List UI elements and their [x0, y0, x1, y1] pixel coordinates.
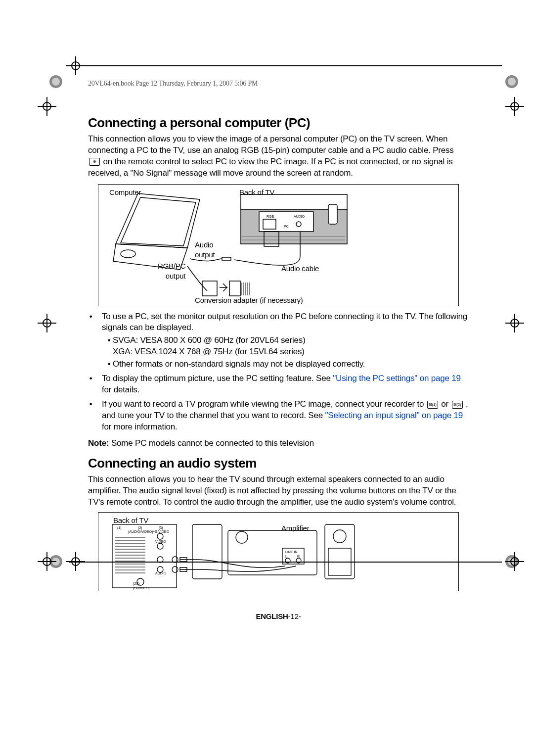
- svg-point-0: [121, 250, 135, 258]
- input1-icon: ⊟(1): [427, 401, 438, 409]
- figure-audio-connection: Back of TV Amplifier LINE IN L R (1) (2)…: [98, 512, 459, 591]
- label-av: (AUDIO/VIDEO): [128, 529, 153, 534]
- svg-point-43: [296, 558, 301, 563]
- footer-language: ENGLISH: [256, 612, 288, 620]
- label-audio: AUDIO: [294, 214, 305, 219]
- label-computer: Computer: [109, 188, 141, 197]
- svg-rect-46: [328, 548, 351, 575]
- label-port1: (1): [117, 525, 122, 530]
- label-rgb-pc-output: RGB/PC output: [158, 261, 185, 282]
- link-pc-settings[interactable]: "Using the PC settings" on page 19: [333, 374, 461, 383]
- figure-pc-connection: Computer Back of TV RGB AUDIO PC Audio o…: [98, 184, 459, 306]
- crosshair-icon: [41, 100, 53, 113]
- crop-line-top: [69, 65, 502, 66]
- svg-point-40: [236, 531, 248, 543]
- section-heading-pc: Connecting a personal computer (PC): [88, 116, 469, 131]
- svg-rect-12: [229, 281, 240, 296]
- diagram-audio-svg: [98, 513, 458, 591]
- label-video: VIDEO: [155, 539, 166, 544]
- bullet-text: or: [439, 399, 451, 409]
- crosshair-icon: [508, 100, 521, 113]
- intro-paragraph: This connection allows you to view the i…: [88, 134, 469, 179]
- bullet-text: To use a PC, set the monitor output reso…: [102, 312, 467, 332]
- svg-point-19: [157, 533, 163, 539]
- label-out2s: (2S): [133, 581, 139, 586]
- label-r: R: [297, 554, 300, 559]
- label-back-of-tv: Back of TV: [239, 188, 274, 197]
- svg-rect-9: [222, 257, 231, 260]
- label-audio-cable: Audio cable: [281, 264, 319, 274]
- bullet-text: To display the optimum picture, use the …: [102, 374, 333, 383]
- intro-text-b: on the remote control to select PC to vi…: [88, 157, 453, 178]
- crosshair-icon: [508, 555, 521, 568]
- registration-mark-icon: [49, 75, 62, 88]
- svg-rect-47: [192, 524, 222, 579]
- label-back-of-tv: Back of TV: [113, 516, 148, 525]
- page-footer: ENGLISH-12-: [88, 612, 469, 621]
- crosshair-icon: [41, 317, 53, 330]
- bullet-optimum: To display the optimum picture, use the …: [99, 373, 469, 396]
- crosshair-icon: [41, 555, 53, 568]
- bullet-text: for details.: [102, 385, 139, 394]
- label-pc: PC: [284, 224, 289, 229]
- svg-rect-44: [325, 524, 355, 579]
- label-svideo2: (S-VIDEO): [133, 586, 149, 590]
- diagram-pc-svg: [98, 185, 458, 306]
- svg-point-42: [285, 558, 290, 563]
- svg-point-20: [157, 543, 163, 549]
- bullet-other-formats: Other formats or non-standard signals ma…: [113, 359, 469, 370]
- label-audio-output: Audio output: [195, 240, 215, 260]
- bullet-resolution: To use a PC, set the monitor output reso…: [99, 311, 469, 371]
- footer-page: -12-: [288, 612, 301, 620]
- bullet-text: If you want to record a TV program while…: [102, 399, 426, 409]
- label-l: L: [285, 554, 287, 559]
- bullet-text: for more information.: [102, 422, 178, 431]
- page-content: 20VL64-en.book Page 12 Thursday, Februar…: [88, 79, 469, 596]
- crosshair-icon: [508, 317, 521, 330]
- registration-mark-icon: [505, 75, 518, 88]
- intro-text-a: This connection allows you to view the i…: [88, 134, 454, 155]
- svg-point-21: [172, 557, 178, 563]
- bullet-resolution-specs: SVGA: VESA 800 X 600 @ 60Hz (for 20VL64 …: [113, 335, 469, 358]
- svg-point-22: [157, 557, 163, 563]
- label-conversion-adapter: Conversion adapter (if necessary): [195, 295, 303, 305]
- crosshair-icon: [69, 555, 82, 568]
- audio-paragraph: This connection allows you to hear the T…: [88, 474, 469, 508]
- label-amplifier: Amplifier: [281, 523, 310, 533]
- label-audio2: AUDIO: [155, 571, 166, 575]
- svg-rect-39: [228, 530, 317, 575]
- svg-rect-6: [328, 204, 337, 224]
- svg-point-45: [333, 530, 346, 543]
- bullet-list: To use a PC, set the monitor output reso…: [88, 311, 469, 433]
- section-heading-audio: Connecting an audio system: [88, 456, 469, 471]
- bullet-record: If you want to record a TV program while…: [99, 399, 469, 433]
- note-line: Note: Some PC models cannot be connected…: [88, 438, 469, 449]
- running-header: 20VL64-en.book Page 12 Thursday, Februar…: [88, 79, 469, 89]
- note-text: Some PC models cannot be connected to th…: [109, 438, 313, 448]
- input2-icon: ⊟(2): [452, 401, 463, 409]
- link-input-signal[interactable]: "Selecting an input signal" on page 19: [325, 411, 463, 420]
- note-label: Note:: [88, 438, 109, 448]
- svg-point-23: [172, 567, 178, 572]
- input-select-icon: ⊕: [89, 158, 100, 166]
- crosshair-icon: [69, 59, 82, 72]
- label-rgb: RGB: [267, 214, 274, 219]
- label-svideo: +S-VIDEO: [153, 529, 169, 534]
